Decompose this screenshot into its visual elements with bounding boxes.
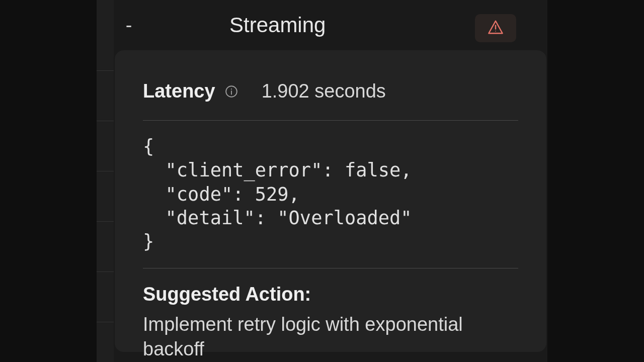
suggested-action-label: Suggested Action: xyxy=(143,284,518,305)
warning-badge[interactable] xyxy=(475,14,516,42)
header-row: - Streaming xyxy=(97,0,547,50)
rail-divider xyxy=(97,121,114,121)
suggested-action-text: Implement retry logic with exponential b… xyxy=(143,312,518,362)
rail-divider xyxy=(97,272,114,272)
svg-point-4 xyxy=(231,88,232,89)
rail-divider xyxy=(97,322,114,322)
details-panel: Latency 1.902 seconds { "client_error": … xyxy=(115,50,546,352)
rail-divider xyxy=(97,221,114,222)
header-title: Streaming xyxy=(229,13,326,37)
divider-top xyxy=(143,120,518,121)
latency-label: Latency xyxy=(143,80,215,102)
svg-point-1 xyxy=(495,31,496,32)
error-json-block: { "client_error": false, "code": 529, "d… xyxy=(143,135,518,254)
latency-row: Latency 1.902 seconds xyxy=(143,80,518,102)
latency-value: 1.902 seconds xyxy=(262,80,386,102)
header-dash: - xyxy=(114,15,144,36)
info-circle-icon[interactable] xyxy=(224,84,238,99)
warning-triangle-icon xyxy=(487,20,504,37)
left-rail xyxy=(97,0,114,362)
rail-divider xyxy=(97,70,114,71)
divider-bottom xyxy=(143,268,518,268)
panel-inner: Latency 1.902 seconds { "client_error": … xyxy=(115,50,546,362)
rail-divider xyxy=(97,171,114,171)
